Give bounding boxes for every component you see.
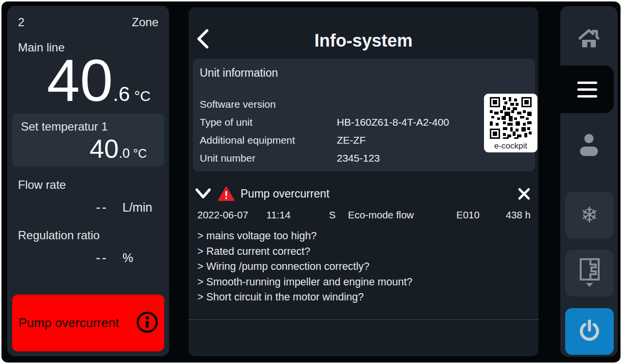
power-icon	[577, 318, 602, 345]
mold-icon	[578, 257, 601, 289]
alarm-detail-section: Pump overcurrent 2022-06-07 11:14 S Eco-…	[189, 176, 538, 305]
regulation-ratio-value-row: -- %	[18, 250, 158, 265]
main-line-value-frac: .6	[113, 83, 130, 105]
flow-rate-label: Flow rate	[18, 178, 158, 192]
alarm-banner[interactable]: Pump overcurrent	[12, 295, 164, 351]
unit-info-row: Additional equipment ZE-ZF	[200, 131, 528, 149]
sidebar: ❄	[560, 6, 618, 357]
unit-info-row: Software version	[200, 95, 528, 113]
close-icon[interactable]	[518, 187, 531, 200]
info-system-panel: Info-system Unit information Software ve…	[189, 7, 538, 356]
alarm-mode: Eco-mode flow	[348, 209, 456, 221]
hamburger-bar	[577, 88, 597, 91]
alarm-meta-row: 2022-06-07 11:14 S Eco-mode flow E010 43…	[189, 209, 538, 221]
qr-card: e-cockpit	[484, 94, 537, 152]
device-screen: 2 Zone Main line 40.6°C Set temperatur 1…	[0, 0, 622, 364]
row-value: 2345-123	[337, 152, 528, 164]
zone-label: Zone	[132, 16, 158, 29]
chevron-down-icon[interactable]	[195, 188, 211, 199]
zone-panel: 2 Zone Main line 40.6°C Set temperatur 1…	[7, 6, 169, 356]
sidebar-item-home[interactable]	[560, 18, 618, 62]
unit-info-row: Type of unit HB-160Z61-8-4T-A2-400	[200, 113, 528, 131]
alarm-operating-hours: 438 h	[505, 209, 531, 221]
sidebar-item-power[interactable]	[565, 308, 614, 355]
alarm-date: 2022-06-07	[197, 209, 266, 221]
set-temp-unit: °C	[133, 147, 147, 160]
set-temp-value-frac: .0	[119, 146, 130, 161]
row-label: Software version	[200, 99, 337, 110]
checklist-item: > Smooth-running impeller and engine mou…	[197, 275, 530, 290]
flow-rate-unit: L/min	[122, 200, 163, 215]
checklist-item: > mains voltage too high?	[197, 229, 530, 244]
sidebar-item-mold[interactable]	[565, 250, 614, 297]
unit-information-title: Unit information	[200, 66, 528, 80]
set-temp-value-int: 40	[89, 134, 119, 163]
zone-number: 2	[18, 16, 24, 29]
main-line-value-int: 40	[47, 48, 113, 114]
home-icon	[578, 29, 600, 51]
alarm-priority: S	[329, 209, 348, 221]
flow-rate-value: --	[96, 199, 108, 215]
hamburger-menu-icon	[577, 82, 597, 84]
unit-information-rows: Software version Type of unit HB-160Z61-…	[200, 95, 528, 167]
row-label: Type of unit	[200, 116, 337, 128]
sidebar-item-user[interactable]	[560, 129, 618, 163]
alarm-title: Pump overcurrent	[241, 187, 329, 200]
qr-code	[490, 97, 532, 141]
regulation-ratio-label: Regulation ratio	[18, 229, 158, 242]
sidebar-item-menu[interactable]	[553, 66, 614, 113]
row-label: Additional equipment	[200, 134, 337, 146]
alarm-code: E010	[456, 209, 505, 221]
set-temperature-label: Set temperatur 1	[21, 120, 156, 133]
flow-rate-value-row: -- L/min	[18, 199, 158, 215]
alarm-banner-label: Pump overcurrent	[18, 315, 119, 331]
divider	[189, 319, 538, 320]
checklist-item: > Wiring /pump connection correctly?	[197, 259, 530, 275]
main-line-unit: °C	[134, 88, 151, 104]
zone-header: 2 Zone	[18, 16, 158, 29]
main-line-temperature: 40.6°C	[18, 50, 158, 112]
hamburger-bar	[577, 95, 597, 98]
regulation-ratio-unit: %	[122, 251, 163, 265]
row-label: Unit number	[200, 152, 337, 164]
alarm-header: Pump overcurrent	[189, 176, 538, 203]
unit-info-row: Unit number 2345-123	[200, 149, 528, 167]
regulation-ratio-value: --	[96, 250, 108, 265]
sidebar-item-cooling[interactable]: ❄	[565, 192, 614, 238]
qr-label: e-cockpit	[494, 141, 527, 151]
snowflake-icon: ❄	[581, 204, 599, 226]
page-title: Info-system	[189, 31, 538, 51]
set-temperature-value: 40.0°C	[21, 135, 156, 162]
warning-triangle-icon	[218, 186, 235, 201]
set-temperature-field[interactable]: Set temperatur 1 40.0°C	[12, 114, 164, 166]
checklist-item: > Rated current correct?	[197, 244, 530, 260]
alarm-checklist: > mains voltage too high? > Rated curren…	[189, 229, 538, 305]
user-icon	[577, 132, 601, 159]
alarm-time: 11:14	[266, 209, 329, 221]
info-circle-icon[interactable]	[136, 311, 158, 335]
checklist-item: > Short circuit in the motor winding?	[197, 290, 530, 305]
